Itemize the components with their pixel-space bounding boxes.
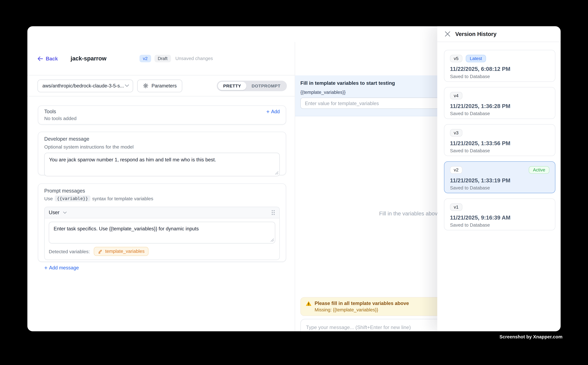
detected-variables-label: Detected variables: <box>49 249 90 254</box>
role-select[interactable]: User <box>49 210 67 215</box>
version-note: Saved to Database <box>450 185 549 190</box>
close-icon[interactable] <box>445 31 450 37</box>
hint-suffix: syntax for template variables <box>92 196 153 201</box>
version-date: 11/22/2025, 6:08:12 PM <box>450 66 549 72</box>
back-button[interactable]: Back <box>38 56 58 61</box>
message-role-header: User <box>45 207 279 218</box>
version-list: v5 Latest 11/22/2025, 6:08:12 PM Saved t… <box>437 42 560 230</box>
active-badge: Active <box>529 166 549 174</box>
version-card-v3[interactable]: v3 11/21/2025, 1:33:56 PM Saved to Datab… <box>444 124 555 156</box>
parameters-button[interactable]: Parameters <box>137 79 182 92</box>
pencil-icon <box>98 249 103 254</box>
chevron-down-icon <box>63 211 67 214</box>
chevron-down-icon <box>125 84 129 87</box>
version-date: 11/21/2025, 1:33:19 PM <box>450 177 549 183</box>
version-badge: v2 <box>139 55 151 62</box>
user-message-input[interactable]: Enter task specifics. Use {{template_var… <box>49 222 275 244</box>
toggle-dotprompt[interactable]: DOTPROMPT <box>246 82 286 90</box>
draft-badge: Draft <box>154 55 171 62</box>
developer-message-input[interactable]: You are jack sparrow number 1, respond a… <box>44 153 280 176</box>
arrow-left-icon <box>38 56 43 61</box>
version-id-badge: v4 <box>450 92 462 99</box>
add-tool-label: Add <box>271 109 280 114</box>
hint-prefix: Use <box>44 196 53 201</box>
latest-badge: Latest <box>466 55 486 62</box>
app-window: Back jack-sparrow v2 Draft Unsaved chang… <box>28 26 560 331</box>
version-history-panel: Version History v5 Latest 11/22/2025, 6:… <box>437 26 560 331</box>
detected-variables-row: Detected variables: template_variables <box>45 244 279 260</box>
version-note: Saved to Database <box>450 74 549 79</box>
version-note: Saved to Database <box>450 148 549 153</box>
version-id-badge: v2 <box>450 166 462 174</box>
warning-title-text: Please fill in all template variables ab… <box>315 301 409 306</box>
model-select-value: aws/anthropic/bedrock-claude-3-5-s... <box>42 83 125 89</box>
drag-handle-icon[interactable] <box>271 210 275 215</box>
add-message-button[interactable]: + Add message <box>44 265 280 270</box>
version-card-v4[interactable]: v4 11/21/2025, 1:36:28 PM Saved to Datab… <box>444 87 555 119</box>
version-note: Saved to Database <box>450 223 549 228</box>
watermark-text: Screenshot by Xnapper.com <box>499 334 562 339</box>
add-message-label: Add message <box>49 265 79 270</box>
message-block: User <box>44 207 280 260</box>
tools-empty-text: No tools added <box>44 116 280 121</box>
role-label: User <box>49 210 59 215</box>
prompt-header: Back jack-sparrow v2 Draft Unsaved chang… <box>28 42 295 75</box>
parameters-label: Parameters <box>152 83 177 89</box>
unsaved-changes-label: Unsaved changes <box>175 56 213 61</box>
model-toolbar: aws/anthropic/bedrock-claude-3-5-s... Pa… <box>28 75 295 96</box>
format-toggle: PRETTY DOTPROMPT <box>217 80 287 91</box>
tools-card: Tools + Add No tools added <box>38 105 286 125</box>
resize-handle-icon[interactable] <box>275 171 279 175</box>
prompt-editor-content: Tools + Add No tools added Developer mes… <box>28 96 295 262</box>
version-note: Saved to Database <box>450 111 549 116</box>
template-variable-name: template_variables <box>105 249 145 254</box>
version-card-v2-active[interactable]: v2 Active 11/21/2025, 1:33:19 PM Saved t… <box>444 161 555 193</box>
version-date: 11/21/2025, 9:16:39 AM <box>450 214 549 221</box>
version-id-badge: v1 <box>450 203 462 211</box>
version-history-header: Version History <box>437 26 560 42</box>
version-card-v1[interactable]: v1 11/21/2025, 9:16:39 AM Saved to Datab… <box>444 198 555 230</box>
prompt-editor-pane: Back jack-sparrow v2 Draft Unsaved chang… <box>28 42 295 331</box>
developer-message-card: Developer message Optional system instru… <box>38 132 286 175</box>
toggle-pretty[interactable]: PRETTY <box>218 82 246 90</box>
prompt-syntax-hint: Use {{variable}} syntax for template var… <box>44 196 280 202</box>
template-variable-chip[interactable]: template_variables <box>94 247 149 256</box>
page-title: jack-sparrow <box>70 55 106 62</box>
resize-handle-icon[interactable] <box>270 238 274 242</box>
developer-message-subtitle: Optional system instructions for the mod… <box>44 144 280 150</box>
version-id-badge: v3 <box>450 129 462 136</box>
screenshot-stage: Back jack-sparrow v2 Draft Unsaved chang… <box>0 0 588 365</box>
model-select[interactable]: aws/anthropic/bedrock-claude-3-5-s... <box>38 79 133 92</box>
version-id-badge: v5 <box>450 55 462 62</box>
warning-icon <box>306 301 312 306</box>
version-card-v5[interactable]: v5 Latest 11/22/2025, 6:08:12 PM Saved t… <box>444 50 555 82</box>
tools-title: Tools <box>44 109 56 114</box>
prompt-messages-card: Prompt messages Use {{variable}} syntax … <box>38 183 286 262</box>
prompt-messages-title: Prompt messages <box>44 188 280 194</box>
developer-message-title: Developer message <box>44 136 280 142</box>
back-label: Back <box>46 56 58 61</box>
gear-icon <box>143 83 148 89</box>
version-date: 11/21/2025, 1:33:56 PM <box>450 140 549 146</box>
plus-icon: + <box>266 109 270 114</box>
variable-syntax-chip: {{variable}} <box>55 196 90 202</box>
plus-icon: + <box>44 265 48 270</box>
version-history-title: Version History <box>455 31 497 37</box>
version-date: 11/21/2025, 1:36:28 PM <box>450 103 549 109</box>
add-tool-button[interactable]: + Add <box>266 109 280 114</box>
